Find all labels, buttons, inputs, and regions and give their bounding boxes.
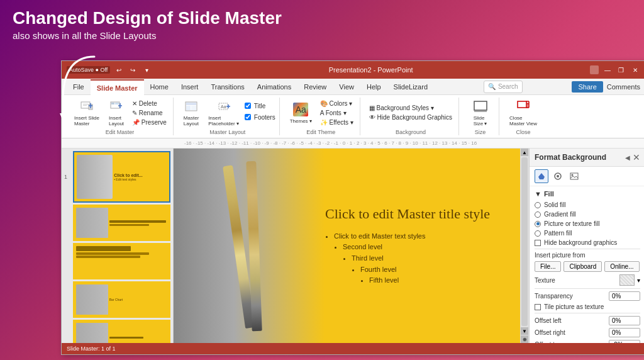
fill-label: Fill — [544, 190, 554, 198]
tile-picture-option[interactable]: Tile picture as texture — [535, 303, 640, 310]
svg-rect-13 — [186, 103, 196, 105]
scroll-thumb[interactable] — [521, 157, 528, 326]
picture-fill-option[interactable]: Picture or texture fill — [535, 220, 640, 227]
texture-dropdown[interactable]: ▾ — [637, 277, 640, 284]
tab-help[interactable]: Help — [360, 79, 387, 95]
transparency-row: Transparency — [535, 291, 640, 301]
close-master-view-button[interactable]: CloseMaster View — [506, 98, 541, 128]
tab-insert[interactable]: Insert — [175, 79, 205, 95]
slide-thumb-2[interactable] — [73, 205, 170, 241]
tile-checkbox[interactable] — [535, 304, 541, 310]
solid-fill-radio[interactable] — [535, 202, 541, 208]
undo-button[interactable]: ↩ — [114, 65, 124, 75]
rename-button[interactable]: ✎ Rename — [130, 109, 169, 117]
preserve-button[interactable]: 📌 Preserve — [130, 118, 169, 127]
format-panel-header: Format Background ◀ ✕ — [530, 149, 644, 167]
slide-item-1[interactable]: 1 Click to edit... • Edit text styles — [64, 151, 170, 203]
online-button[interactable]: Online... — [604, 261, 639, 272]
title-checkbox[interactable]: Title — [245, 103, 275, 110]
ribbon-search-box[interactable]: 🔍 Search — [484, 81, 523, 93]
slide-thumb-5[interactable] — [73, 320, 170, 343]
status-bar: Slide Master: 1 of 1 — [62, 343, 644, 354]
slide-canvas[interactable]: Click to edit Master title style Click t… — [174, 149, 529, 343]
slide-thumb-1[interactable]: Click to edit... • Edit text styles — [73, 151, 170, 203]
comments-button[interactable]: Comments — [607, 83, 640, 91]
zoom-button[interactable]: ⊕ — [521, 335, 528, 343]
redo-button[interactable]: ↪ — [128, 65, 138, 75]
file-button[interactable]: File... — [535, 261, 561, 272]
insert-placeholder-button[interactable]: Aa InsertPlaceholder ▾ — [204, 98, 242, 128]
slide-thumb-3[interactable] — [73, 243, 170, 279]
picture-fill-radio[interactable] — [535, 221, 541, 227]
pattern-fill-option[interactable]: Pattern fill — [535, 230, 640, 237]
themes-button[interactable]: Aa Themes ▾ — [286, 101, 316, 125]
edit-master-small-buttons: ✕ Delete ✎ Rename 📌 Preserve — [130, 99, 169, 127]
annotation-subtitle: also shows in all the Slide Layouts — [13, 30, 282, 41]
background-styles-button[interactable]: ▦ Background Styles ▾ — [367, 104, 455, 112]
tab-animations[interactable]: Animations — [251, 79, 297, 95]
effects-icon[interactable] — [551, 169, 565, 183]
fill-section: ▼ Fill Solid fill Gradient fill Picture … — [530, 186, 644, 343]
minimize-button[interactable]: — — [602, 65, 613, 75]
effects-button[interactable]: ✨ Effects ▾ — [318, 118, 356, 127]
restore-button[interactable]: ❐ — [616, 65, 626, 75]
texture-selector[interactable] — [619, 274, 635, 286]
hide-bg-checkbox[interactable] — [535, 240, 541, 246]
themes-label: Themes ▾ — [290, 118, 312, 124]
tab-review[interactable]: Review — [297, 79, 333, 95]
fonts-button[interactable]: A Fonts ▾ — [318, 109, 356, 117]
panel-back-button[interactable]: ◀ — [625, 154, 630, 161]
colors-button[interactable]: 🎨 Colors ▾ — [318, 99, 356, 108]
slide-item-5[interactable] — [64, 320, 170, 343]
slide-body[interactable]: Click to edit Master text styles Second … — [325, 231, 519, 286]
svg-marker-0 — [60, 113, 66, 121]
customize-qat-button[interactable]: ▾ — [142, 65, 152, 75]
edit-theme-buttons: Aa Themes ▾ 🎨 Colors ▾ A Fonts ▾ ✨ Effec… — [286, 98, 356, 128]
master-checkboxes: Title Footers — [245, 103, 275, 123]
close-button[interactable]: ✕ — [630, 65, 640, 75]
pattern-fill-radio[interactable] — [535, 230, 541, 237]
slide-master-title[interactable]: Click to edit Master title style — [325, 205, 519, 223]
hide-bg-graphics-option[interactable]: Hide background graphics — [535, 239, 640, 246]
pencils-area — [174, 149, 325, 343]
vertical-scrollbar[interactable]: ▲ ▼ ⊕ — [520, 149, 529, 343]
slide-size-button[interactable]: SlideSize ▾ — [469, 98, 492, 128]
footers-checkbox[interactable]: Footers — [245, 114, 275, 121]
gradient-fill-option[interactable]: Gradient fill — [535, 211, 640, 218]
clipboard-button[interactable]: Clipboard — [564, 261, 602, 272]
offset-left-input[interactable] — [609, 316, 640, 325]
ribbon-group-master-layout: MasterLayout Aa InsertPlaceholder ▾ Titl… — [176, 98, 280, 135]
slide-item-2[interactable] — [64, 205, 170, 241]
close-master-view-label: CloseMaster View — [509, 115, 537, 127]
solid-fill-option[interactable]: Solid fill — [535, 201, 640, 208]
horizontal-ruler: -16 · -15 · -14 · -13 · -12 · -11 · -10 … — [62, 138, 644, 149]
fill-icon[interactable] — [535, 169, 548, 183]
scroll-up-button[interactable]: ▲ — [521, 149, 528, 156]
annotation-title: Changed Design of Slide Master — [13, 8, 282, 29]
slide-size-label: SlideSize ▾ — [474, 115, 487, 127]
ribbon-content: Insert SlideMaster InsertLayout ✕ Delete… — [62, 95, 644, 138]
delete-button[interactable]: ✕ Delete — [130, 99, 169, 108]
slide-item-4[interactable]: Bar Chart — [64, 281, 170, 318]
slide-text-area: Click to edit Master title style Click t… — [315, 149, 529, 343]
slide-item-3[interactable] — [64, 243, 170, 279]
transparency-input[interactable] — [609, 291, 640, 301]
hide-bg-graphics-button[interactable]: 👁 Hide Background Graphics — [367, 113, 455, 121]
tab-home[interactable]: Home — [144, 79, 175, 95]
insert-layout-button[interactable]: InsertLayout — [105, 98, 128, 128]
slides-panel[interactable]: 1 Click to edit... • Edit text styles — [62, 149, 174, 343]
picture-icon[interactable] — [567, 169, 581, 183]
offset-right-input[interactable] — [609, 328, 640, 337]
master-layout-button[interactable]: MasterLayout — [180, 98, 203, 128]
offset-left-row: Offset left — [535, 316, 640, 325]
panel-close-button[interactable]: ✕ — [633, 152, 640, 162]
tab-view[interactable]: View — [333, 79, 360, 95]
gradient-fill-radio[interactable] — [535, 211, 541, 218]
scroll-down-button[interactable]: ▼ — [521, 327, 528, 335]
tab-slidelizard[interactable]: SlideLizard — [387, 79, 434, 95]
slide-thumb-4[interactable]: Bar Chart — [73, 281, 170, 318]
share-button[interactable]: Share — [572, 81, 602, 93]
size-buttons: SlideSize ▾ — [469, 98, 492, 128]
background-group-label: Background — [396, 128, 426, 135]
tab-transitions[interactable]: Transitions — [204, 79, 250, 95]
